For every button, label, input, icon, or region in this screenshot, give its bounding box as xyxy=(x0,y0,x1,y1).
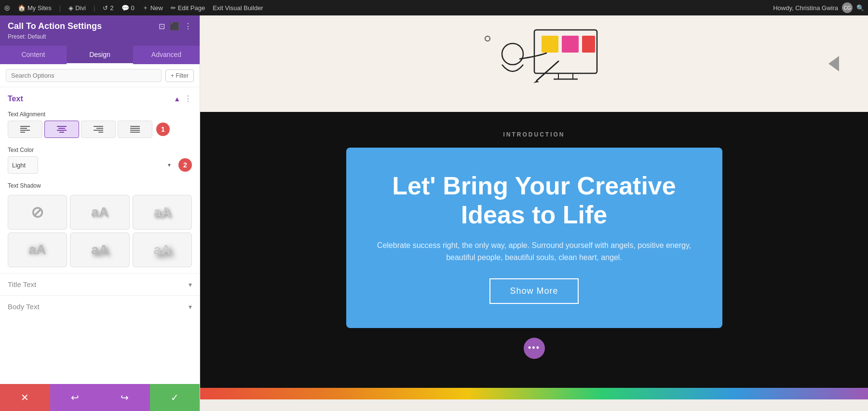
home-icon: 🏠 xyxy=(18,4,26,12)
sidebar: Call To Action Settings ⊡ ⬛ ⋮ Preset: De… xyxy=(0,15,200,411)
illustration-svg xyxy=(462,20,607,107)
cancel-icon: ✕ xyxy=(21,392,29,403)
body-text-label: Body Text xyxy=(8,302,40,311)
gradient-strip xyxy=(200,388,868,399)
my-sites-link[interactable]: 🏠 My Sites xyxy=(18,4,52,12)
align-justify-button[interactable] xyxy=(118,121,152,138)
tab-advanced[interactable]: Advanced xyxy=(133,46,200,64)
plus-icon: ＋ xyxy=(142,3,149,12)
top-bar: ⊛ 🏠 My Sites | ◈ Divi | ↺ 2 💬 0 ＋ New ✏ … xyxy=(0,0,868,15)
svg-rect-19 xyxy=(542,36,558,53)
text-color-select[interactable]: Light Dark Custom xyxy=(8,156,38,174)
svg-rect-20 xyxy=(562,36,579,53)
align-center-button[interactable] xyxy=(44,121,79,138)
color-badge: 2 xyxy=(178,158,192,172)
triangle-decoration xyxy=(828,56,839,71)
redo-icon: ↪ xyxy=(121,392,129,403)
text-color-label: Text Color xyxy=(8,147,192,153)
save-icon: ✓ xyxy=(171,392,179,403)
expand-icon[interactable]: ⬛ xyxy=(170,22,179,31)
sidebar-tabs: Content Design Advanced xyxy=(0,46,200,64)
save-button[interactable]: ✓ xyxy=(150,384,200,411)
body-text-section[interactable]: Body Text ▾ xyxy=(0,295,200,317)
shadow-option-4[interactable]: aA xyxy=(70,233,129,267)
illustration-area xyxy=(200,15,868,112)
svg-rect-21 xyxy=(582,36,595,53)
shadow-preview-3: aA xyxy=(29,242,46,258)
section-options-icon[interactable]: ⋮ xyxy=(184,94,192,103)
text-shadow-grid: ⊘ aA aA aA aA a xyxy=(0,195,200,273)
black-section: INTRODUCTION Let' Bring Your Creative Id… xyxy=(200,112,868,388)
align-right-button[interactable] xyxy=(81,121,116,138)
divi-icon: ◈ xyxy=(68,4,73,12)
tab-content[interactable]: Content xyxy=(0,46,67,64)
revisions-link[interactable]: ↺ 2 xyxy=(103,4,113,12)
undo-button[interactable]: ↩ xyxy=(50,384,100,411)
sidebar-search-bar: + Filter xyxy=(0,64,200,87)
shadow-preview-1: aA xyxy=(91,205,108,220)
text-shadow-setting: Text Shadow xyxy=(0,179,200,195)
text-color-setting: Text Color Light Dark Custom 2 xyxy=(0,144,200,179)
sidebar-title: Call To Action Settings xyxy=(8,21,102,31)
exit-visual-builder-link[interactable]: Exit Visual Builder xyxy=(213,4,263,12)
show-more-button[interactable]: Show More xyxy=(489,278,578,304)
no-shadow-icon: ⊘ xyxy=(31,203,44,221)
text-section-title: Text xyxy=(8,95,23,103)
shadow-option-3[interactable]: aA xyxy=(8,233,67,267)
redo-button[interactable]: ↪ xyxy=(100,384,150,411)
preset-selector[interactable]: Preset: Default xyxy=(8,33,192,40)
shadow-preview-4: aA xyxy=(91,242,108,258)
collapse-chevron-icon[interactable]: ▲ xyxy=(174,95,180,103)
cta-title: Let' Bring Your Creative Ideas to Life xyxy=(375,172,693,230)
cancel-button[interactable]: ✕ xyxy=(0,384,50,411)
minimize-icon[interactable]: ⊡ xyxy=(159,22,165,31)
sidebar-header: Call To Action Settings ⊡ ⬛ ⋮ Preset: De… xyxy=(0,15,200,46)
svg-point-24 xyxy=(502,43,523,65)
alignment-group xyxy=(8,121,152,138)
wordpress-icon[interactable]: ⊛ xyxy=(4,3,10,13)
user-greeting: Howdy, Christina Gwira xyxy=(773,4,838,12)
shadow-none-option[interactable]: ⊘ xyxy=(8,195,67,230)
comments-link[interactable]: 💬 0 xyxy=(122,4,135,12)
text-alignment-setting: Text Alignment xyxy=(0,108,200,144)
cta-box: Let' Bring Your Creative Ideas to Life C… xyxy=(346,148,722,328)
shadow-preview-2: aA xyxy=(153,205,171,220)
sidebar-content: Text ▲ ⋮ Text Alignment xyxy=(0,87,200,384)
title-text-chevron-icon: ▾ xyxy=(189,281,192,288)
new-link[interactable]: ＋ New xyxy=(142,3,163,12)
avatar: CG xyxy=(842,2,853,13)
shadow-option-2[interactable]: aA xyxy=(133,195,192,230)
text-alignment-label: Text Alignment xyxy=(8,111,192,118)
title-text-label: Title Text xyxy=(8,280,36,288)
bottom-action-bar: ✕ ↩ ↪ ✓ xyxy=(0,384,200,411)
purple-dot-button[interactable]: ••• xyxy=(524,338,545,359)
main-content: INTRODUCTION Let' Bring Your Creative Id… xyxy=(200,15,868,411)
dots-icon: ••• xyxy=(528,343,540,353)
edit-page-link[interactable]: ✏ Edit Page xyxy=(171,4,205,12)
circle-decoration xyxy=(485,36,490,41)
body-text-chevron-icon: ▾ xyxy=(189,303,192,311)
undo-icon: ↩ xyxy=(71,392,79,403)
main-layout: Call To Action Settings ⊡ ⬛ ⋮ Preset: De… xyxy=(0,15,868,411)
search-icon[interactable]: 🔍 xyxy=(856,4,864,12)
text-section-header[interactable]: Text ▲ ⋮ xyxy=(0,87,200,108)
intro-label: INTRODUCTION xyxy=(503,131,565,138)
svg-line-22 xyxy=(537,61,558,81)
align-left-button[interactable] xyxy=(8,121,42,138)
more-icon[interactable]: ⋮ xyxy=(184,22,192,31)
shadow-option-5[interactable]: aA xyxy=(133,233,192,267)
svg-rect-17 xyxy=(558,73,573,79)
tab-design[interactable]: Design xyxy=(67,46,133,64)
search-input[interactable] xyxy=(6,69,162,82)
divi-link[interactable]: ◈ Divi xyxy=(68,4,86,12)
shadow-preview-5: aA xyxy=(153,242,171,258)
comment-icon: 💬 xyxy=(122,4,129,12)
edit-icon: ✏ xyxy=(171,4,176,12)
text-shadow-label: Text Shadow xyxy=(8,182,192,189)
alignment-badge: 1 xyxy=(156,123,170,136)
revisions-icon: ↺ xyxy=(103,4,108,12)
cta-subtitle: Celebrate success right, the only way, a… xyxy=(375,239,693,264)
filter-button[interactable]: + Filter xyxy=(165,69,194,82)
shadow-option-1[interactable]: aA xyxy=(70,195,129,230)
title-text-section[interactable]: Title Text ▾ xyxy=(0,273,200,295)
